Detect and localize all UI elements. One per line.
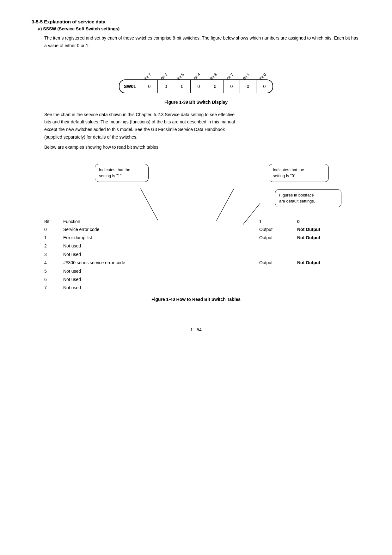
bit-label-0: Bit 0 <box>256 59 273 78</box>
figure-2-caption: Figure 1-40 How to Read Bit Switch Table… <box>32 297 360 302</box>
bit-label-4: Bit 4 <box>190 59 207 78</box>
bit-label-7: Bit 7 <box>141 59 157 78</box>
table-row: 6 Not used <box>44 275 348 284</box>
table-row: 0 Service error code Output Not Output <box>44 225 348 234</box>
table-row: 3 Not used <box>44 250 348 259</box>
table-row: 1 Error dump list Output Not Output <box>44 234 348 242</box>
sw-bit-2: 0 <box>223 80 240 93</box>
bit-switch-diagram: Bit 7 Bit 6 Bit 5 Bit 4 Bit 3 Bit 2 Bit … <box>32 59 360 93</box>
sw-label: SW01 <box>119 79 141 93</box>
sw-bits: 0 0 0 0 0 0 0 0 <box>141 79 273 93</box>
table-row: 7 Not used <box>44 284 348 292</box>
sub-title: a) SSSW (Service Soft Switch settings) <box>38 26 360 31</box>
table-row: 2 Not used <box>44 242 348 250</box>
sw-bit-7: 0 <box>141 80 157 93</box>
sw-bit-3: 0 <box>207 80 223 93</box>
col-header-bit: Bit <box>44 219 63 224</box>
col-header-zero: 0 <box>297 219 348 224</box>
sw-bit-6: 0 <box>157 80 174 93</box>
section-title: 3-5-5 Explanation of service data <box>32 19 360 24</box>
callout-right-bottom: Figures in boldface are default settings… <box>275 189 341 207</box>
bit-label-1: Bit 1 <box>240 59 256 78</box>
bit-label-3: Bit 3 <box>207 59 223 78</box>
col-header-one: 1 <box>259 219 297 224</box>
paragraph-1: The items registered and set by each of … <box>44 34 360 50</box>
table-row: 4 ##300 series service error code Output… <box>44 259 348 267</box>
col-header-function: Function <box>63 219 259 224</box>
sw-bit-1: 0 <box>240 80 256 93</box>
page-number: 1 - 54 <box>32 327 360 332</box>
bit-label-2: Bit 2 <box>223 59 240 78</box>
paragraph-3: Below are examples showing how to read b… <box>44 144 360 151</box>
callout-left: Indicates that the setting is "1". <box>95 164 149 182</box>
paragraph-2: See the chart in the service data shown … <box>44 111 360 141</box>
bit-table-diagram: Indicates that the setting is "1". Indic… <box>44 158 348 278</box>
svg-line-0 <box>141 188 158 221</box>
table-row: 5 Not used <box>44 267 348 275</box>
sw-bit-5: 0 <box>174 80 190 93</box>
bit-label-6: Bit 6 <box>157 59 174 78</box>
bit-table-header: Bit Function 1 0 <box>44 218 348 225</box>
sw-bit-0: 0 <box>256 80 273 93</box>
bit-table: Bit Function 1 0 0 Service error code Ou… <box>44 218 348 278</box>
bit-label-5: Bit 5 <box>174 59 190 78</box>
sw-bit-4: 0 <box>190 80 207 93</box>
callout-right-top: Indicates that the setting is "0". <box>269 164 329 182</box>
svg-line-1 <box>217 188 234 221</box>
figure-1-caption: Figure 1-39 Bit Switch Display <box>32 100 360 105</box>
